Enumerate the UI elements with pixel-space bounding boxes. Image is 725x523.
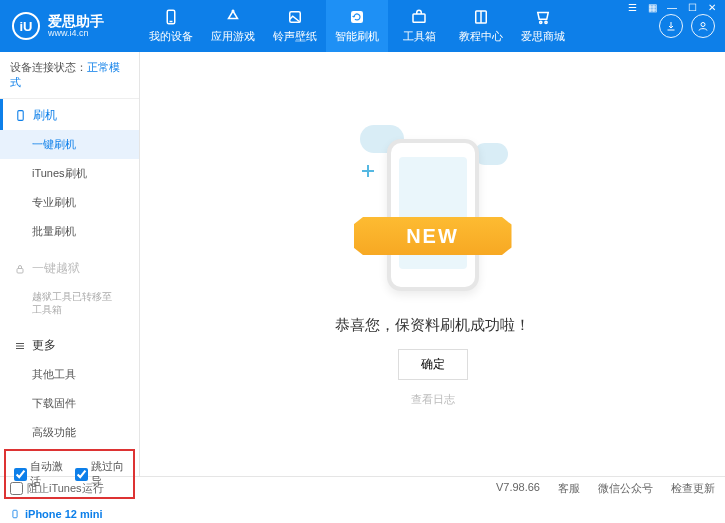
user-button[interactable] — [691, 14, 715, 38]
nav-my-device[interactable]: 我的设备 — [140, 0, 202, 52]
success-message: 恭喜您，保资料刷机成功啦！ — [335, 316, 530, 335]
nav-label: 应用游戏 — [211, 29, 255, 44]
logo-url: www.i4.cn — [48, 28, 104, 38]
nav-label: 工具箱 — [403, 29, 436, 44]
view-log-link[interactable]: 查看日志 — [411, 392, 455, 407]
sidebar-item-download[interactable]: 下载固件 — [0, 389, 139, 418]
sidebar-group-flash[interactable]: 刷机 — [0, 99, 139, 130]
sidebar-item-itunes[interactable]: iTunes刷机 — [0, 159, 139, 188]
apps-icon — [224, 8, 242, 26]
svg-point-9 — [545, 21, 547, 23]
download-icon — [665, 20, 677, 32]
refresh-icon — [348, 8, 366, 26]
update-link[interactable]: 检查更新 — [671, 481, 715, 496]
wechat-link[interactable]: 微信公众号 — [598, 481, 653, 496]
header-right — [659, 14, 725, 38]
block-itunes-checkbox[interactable] — [10, 482, 23, 495]
svg-point-8 — [540, 21, 542, 23]
device-name: iPhone 12 mini — [10, 507, 129, 521]
cart-icon — [534, 8, 552, 26]
group-label: 更多 — [32, 337, 56, 354]
nav-store[interactable]: 爱思商城 — [512, 0, 574, 52]
header: iU 爱思助手 www.i4.cn 我的设备 应用游戏 铃声壁纸 智能刷机 工具… — [0, 0, 725, 52]
close-icon[interactable]: ✕ — [705, 2, 719, 13]
success-illustration: NEW — [358, 121, 508, 301]
skin-icon[interactable]: ▦ — [645, 2, 659, 13]
svg-rect-11 — [18, 111, 23, 121]
status-label: 设备连接状态： — [10, 61, 87, 73]
nav-label: 智能刷机 — [335, 29, 379, 44]
phone-icon — [162, 8, 180, 26]
svg-rect-5 — [413, 14, 425, 22]
jailbreak-note: 越狱工具已转移至 工具箱 — [0, 283, 139, 323]
sidebar: 设备连接状态：正常模式 刷机 一键刷机 iTunes刷机 专业刷机 批量刷机 一… — [0, 52, 140, 476]
download-button[interactable] — [659, 14, 683, 38]
logo[interactable]: iU 爱思助手 www.i4.cn — [0, 12, 140, 40]
phone-icon — [10, 507, 20, 521]
phone-icon — [14, 109, 27, 122]
logo-icon: iU — [12, 12, 40, 40]
menu-icon[interactable]: ☰ — [625, 2, 639, 13]
sidebar-group-jailbreak: 一键越狱 — [0, 252, 139, 283]
sidebar-item-oneclick[interactable]: 一键刷机 — [0, 130, 139, 159]
nav: 我的设备 应用游戏 铃声壁纸 智能刷机 工具箱 教程中心 爱思商城 — [140, 0, 659, 52]
svg-rect-16 — [13, 510, 17, 518]
logo-title: 爱思助手 — [48, 14, 104, 28]
nav-label: 爱思商城 — [521, 29, 565, 44]
user-icon — [697, 20, 709, 32]
nav-toolbox[interactable]: 工具箱 — [388, 0, 450, 52]
lock-icon — [14, 263, 26, 275]
svg-point-10 — [701, 23, 705, 27]
nav-ringtones[interactable]: 铃声壁纸 — [264, 0, 326, 52]
block-itunes-label: 阻止iTunes运行 — [27, 481, 104, 496]
nav-tutorials[interactable]: 教程中心 — [450, 0, 512, 52]
titlebar-controls: ☰ ▦ — ☐ ✕ — [625, 2, 719, 13]
minimize-icon[interactable]: — — [665, 2, 679, 13]
new-ribbon: NEW — [354, 217, 512, 255]
connection-status: 设备连接状态：正常模式 — [0, 52, 139, 99]
menu-icon — [14, 340, 26, 352]
toolbox-icon — [410, 8, 428, 26]
sidebar-item-advanced[interactable]: 高级功能 — [0, 418, 139, 447]
book-icon — [472, 8, 490, 26]
device-info[interactable]: iPhone 12 mini 64GB Down-12mini-13,1 — [0, 501, 139, 523]
confirm-button[interactable]: 确定 — [398, 349, 468, 380]
nav-label: 铃声壁纸 — [273, 29, 317, 44]
nav-apps[interactable]: 应用游戏 — [202, 0, 264, 52]
wallpaper-icon — [286, 8, 304, 26]
service-link[interactable]: 客服 — [558, 481, 580, 496]
maximize-icon[interactable]: ☐ — [685, 2, 699, 13]
svg-rect-12 — [17, 268, 23, 273]
checkbox-input[interactable] — [75, 468, 88, 481]
group-label: 刷机 — [33, 107, 57, 124]
nav-label: 我的设备 — [149, 29, 193, 44]
version-label: V7.98.66 — [496, 481, 540, 496]
group-label: 一键越狱 — [32, 260, 80, 277]
nav-label: 教程中心 — [459, 29, 503, 44]
sidebar-item-pro[interactable]: 专业刷机 — [0, 188, 139, 217]
main-content: NEW 恭喜您，保资料刷机成功啦！ 确定 查看日志 — [140, 52, 725, 476]
nav-flash[interactable]: 智能刷机 — [326, 0, 388, 52]
sidebar-item-other[interactable]: 其他工具 — [0, 360, 139, 389]
svg-point-2 — [232, 10, 234, 12]
checkbox-input[interactable] — [14, 468, 27, 481]
sidebar-group-more[interactable]: 更多 — [0, 329, 139, 360]
sidebar-item-batch[interactable]: 批量刷机 — [0, 217, 139, 246]
